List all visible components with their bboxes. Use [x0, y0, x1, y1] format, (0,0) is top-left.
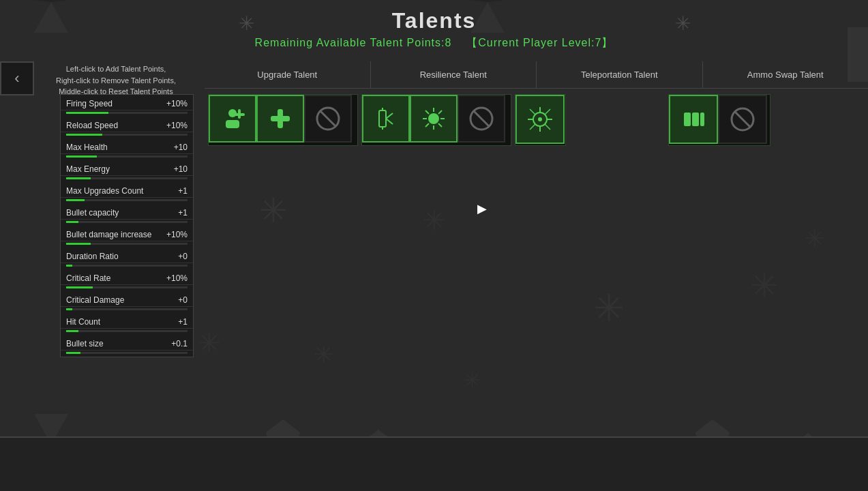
stat-bar-container [66, 134, 188, 136]
hint-box: Left-click to Add Talent Points, Right-c… [38, 63, 194, 98]
stat-label: Critical Rate [66, 273, 110, 283]
upgrade-talent-health[interactable] [256, 95, 304, 143]
stat-label: Bullet damage increase [66, 230, 151, 239]
stat-row-max-health[interactable]: Max Health+10 [61, 138, 193, 154]
svg-point-13 [428, 113, 439, 124]
stat-value: +10% [153, 121, 188, 130]
stat-bar-container [66, 199, 188, 201]
deco-snowflake-8: ✳ [464, 368, 481, 392]
stat-row-critical-damage[interactable]: Critical Damage+0 [61, 291, 193, 307]
stat-value: +1 [153, 317, 188, 327]
stat-bar-container [66, 286, 188, 288]
svg-line-12 [386, 119, 393, 124]
svg-line-11 [386, 113, 393, 119]
tab-bar: Upgrade TalentResilience TalentTeleporta… [205, 61, 868, 89]
stat-bar-container [66, 352, 188, 354]
ammo-talent-1[interactable] [669, 95, 718, 144]
resilience-talent-group [361, 94, 511, 146]
stat-bar-container [66, 308, 188, 310]
stat-row-bullet-damage-increase[interactable]: Bullet damage increase+10% [61, 226, 193, 241]
stat-label: Reload Speed [66, 121, 118, 130]
stat-value: +0.1 [153, 339, 188, 348]
tab-upgrade[interactable]: Upgrade Talent [205, 61, 371, 88]
stat-value: +10% [153, 273, 188, 283]
stat-bar-container [66, 112, 188, 114]
svg-rect-35 [692, 113, 699, 126]
remaining-points-label: Remaining Available Talent Points:8 [255, 37, 452, 48]
stat-value: +10% [153, 99, 188, 108]
deco-snowflake-5: ✳ [593, 286, 625, 330]
stat-bar [66, 112, 108, 114]
tab-resilience[interactable]: Resilience Talent [371, 61, 537, 88]
svg-rect-34 [684, 113, 691, 126]
svg-line-33 [530, 124, 535, 130]
hint-line-2: Right-click to Remove Talent Points, [38, 75, 194, 87]
stat-bar-container [66, 243, 188, 245]
stat-row-max-energy[interactable]: Max Energy+10 [61, 160, 193, 176]
stat-row-bullet-size[interactable]: Bullet size+0.1 [61, 335, 193, 351]
header-subtitle: Remaining Available Talent Points:8 【Cur… [0, 36, 868, 50]
resilience-talent-burst[interactable] [410, 95, 458, 143]
svg-line-18 [425, 110, 429, 114]
bottom-bar [0, 436, 868, 491]
stat-label: Max Energy [66, 164, 110, 174]
stat-row-critical-rate[interactable]: Critical Rate+10% [61, 269, 193, 285]
stat-row-bullet-capacity[interactable]: Bullet capacity+1 [61, 204, 193, 220]
svg-line-7 [320, 110, 336, 127]
ammo-talent-group [668, 94, 770, 146]
svg-line-19 [438, 123, 442, 127]
tab-ammo[interactable]: Ammo Swap Talent [703, 61, 869, 88]
stat-bar-container [66, 265, 188, 267]
ammo-talent-block[interactable] [718, 95, 767, 144]
stat-label: Bullet capacity [66, 208, 119, 218]
upgrade-talent-block[interactable] [304, 95, 352, 143]
page-header: Talents Remaining Available Talent Point… [0, 0, 868, 50]
stat-value: +1 [153, 208, 188, 218]
deco-snowflake-10: ✳ [805, 225, 824, 252]
stat-row-firing-speed[interactable]: Firing Speed+10% [61, 95, 193, 110]
stat-label: Hit Count [66, 317, 100, 327]
stat-bar [66, 286, 93, 288]
deco-snowflake-6: ✳ [314, 341, 333, 368]
stat-bar-container [66, 177, 188, 179]
upgrade-talent-add[interactable] [209, 95, 256, 143]
back-button[interactable]: ‹ [0, 61, 34, 95]
stat-bar [66, 155, 97, 158]
svg-rect-5 [271, 116, 290, 121]
stat-bar [66, 352, 80, 354]
deco-snowflake-9: ✳ [198, 327, 221, 359]
upgrade-talent-group [208, 94, 358, 146]
resilience-talent-energy[interactable] [362, 95, 410, 143]
svg-line-30 [530, 109, 535, 115]
deco-snowflake-7: ✳ [750, 266, 779, 306]
svg-line-31 [545, 124, 550, 130]
stat-row-hit-count[interactable]: Hit Count+1 [61, 313, 193, 329]
teleport-talent-1[interactable] [515, 95, 565, 144]
stat-bar-container [66, 221, 188, 223]
stat-value: +1 [153, 186, 188, 196]
svg-rect-1 [226, 120, 239, 128]
svg-point-25 [538, 117, 542, 121]
svg-line-21 [425, 123, 429, 127]
deco-snowflake-3: ✳ [259, 191, 288, 230]
stat-label: Critical Damage [66, 295, 124, 305]
stat-value: +0 [153, 252, 188, 261]
svg-line-20 [438, 110, 442, 114]
tab-teleportation[interactable]: Teleportation Talent [537, 61, 703, 88]
resilience-talent-block[interactable] [458, 95, 505, 143]
stat-value: +0 [153, 295, 188, 305]
svg-line-23 [473, 110, 490, 127]
stat-bar [66, 243, 91, 245]
stat-label: Duration Ratio [66, 252, 119, 261]
stat-value: +10 [153, 143, 188, 152]
stat-bar [66, 265, 72, 267]
stat-row-max-upgrades-count[interactable]: Max Upgrades Count+1 [61, 182, 193, 198]
stat-bar-container [66, 155, 188, 158]
stat-label: Max Upgrades Count [66, 186, 143, 196]
stat-bar-container [66, 330, 188, 332]
mouse-cursor: ▶ [477, 201, 487, 216]
stat-value: +10 [153, 164, 188, 174]
stat-row-duration-ratio[interactable]: Duration Ratio+0 [61, 248, 193, 263]
stat-row-reload-speed[interactable]: Reload Speed+10% [61, 117, 193, 132]
svg-rect-36 [700, 113, 704, 126]
